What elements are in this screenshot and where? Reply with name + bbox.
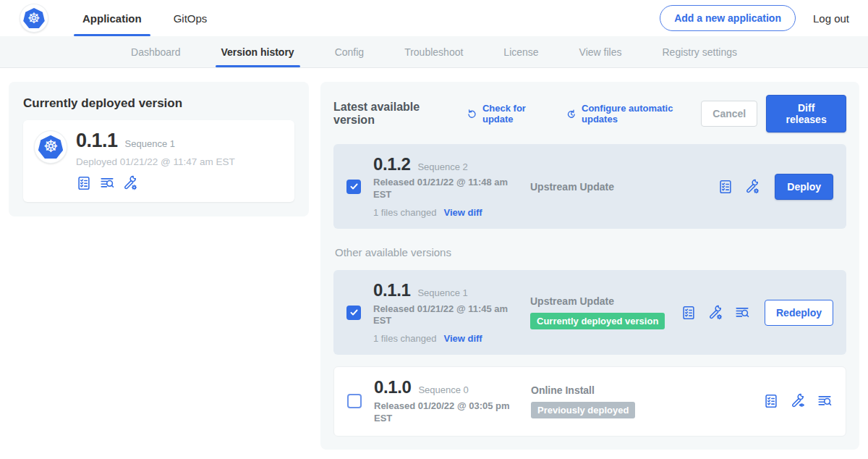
kubernetes-logo-icon: ☸ (20, 4, 48, 32)
sequence-label: Sequence 2 (417, 161, 467, 172)
top-tab-gitops[interactable]: GitOps (158, 0, 224, 36)
files-changed-label: 1 files changed (373, 333, 436, 344)
refresh-icon (467, 108, 478, 120)
view-config-icon[interactable] (790, 393, 806, 409)
configure-automatic-updates-link[interactable]: Configure automatic updates (566, 103, 701, 125)
version-row: 0.1.2 Sequence 2 Released 01/21/22 @ 11:… (333, 144, 846, 229)
view-deploy-logs-icon[interactable] (734, 305, 750, 321)
preflight-checks-icon[interactable] (763, 393, 779, 409)
view-diff-link[interactable]: View diff (443, 207, 482, 218)
deployed-sequence-label: Sequence 1 (125, 138, 175, 149)
sequence-label: Sequence 1 (417, 287, 467, 298)
edit-config-icon[interactable] (707, 305, 723, 321)
logout-button[interactable]: Log out (813, 12, 849, 25)
add-application-button[interactable]: Add a new application (660, 5, 796, 31)
version-actions (763, 393, 833, 409)
deployed-card-title: Currently deployed version (23, 96, 294, 111)
check-for-update-link[interactable]: Check for update (467, 103, 553, 125)
other-versions-title: Other available versions (335, 246, 845, 258)
app-icon: ☸ (35, 131, 67, 163)
version-label: 0.1.2 (373, 155, 410, 174)
version-label: 0.1.0 (374, 378, 411, 397)
tab-registry-settings[interactable]: Registry settings (642, 36, 757, 67)
top-nav-tabs: ApplicationGitOps (67, 0, 223, 36)
check-for-update-label: Check for update (482, 103, 553, 125)
deployed-timestamp: Deployed 01/21/22 @ 11:47 am EST (76, 156, 235, 167)
version-checkbox[interactable] (346, 306, 361, 320)
top-tab-application[interactable]: Application (67, 0, 158, 36)
version-label: 0.1.1 (373, 281, 410, 300)
status-badge: Currently deployed version (530, 313, 665, 329)
panel-header: Latest available version Check for updat… (333, 95, 846, 132)
tab-dashboard[interactable]: Dashboard (111, 36, 201, 67)
preflight-checks-icon[interactable] (681, 305, 697, 321)
main-content: Currently deployed version ☸ 0.1.1 Seque… (0, 68, 868, 450)
preflight-checks-icon[interactable] (718, 179, 733, 195)
preflight-checks-icon[interactable] (76, 175, 92, 191)
tab-config[interactable]: Config (315, 36, 384, 67)
tab-license[interactable]: License (483, 36, 558, 67)
version-checkbox[interactable] (347, 394, 362, 408)
tab-version-history[interactable]: Version history (201, 36, 315, 67)
deploy-button[interactable]: Deploy (775, 174, 833, 200)
deployed-version-actions (76, 175, 235, 191)
tab-troubleshoot[interactable]: Troubleshoot (384, 36, 483, 67)
redeploy-button[interactable]: Redeploy (765, 300, 833, 326)
app-sub-nav: DashboardVersion historyConfigTroublesho… (0, 36, 868, 68)
diff-releases-button[interactable]: Diff releases (766, 95, 846, 132)
status-badge: Previously deployed (531, 402, 635, 418)
version-source-label: Upstream Update (530, 181, 614, 193)
files-changed-label: 1 files changed (373, 207, 436, 218)
configure-automatic-updates-label: Configure automatic updates (582, 103, 701, 125)
top-nav: ☸ ApplicationGitOps Add a new applicatio… (0, 0, 868, 36)
edit-config-icon[interactable] (744, 179, 760, 195)
schedule-update-icon (566, 108, 577, 120)
version-source-label: Online Install (531, 384, 595, 396)
tab-view-files[interactable]: View files (559, 36, 642, 67)
view-deploy-logs-icon[interactable] (817, 393, 833, 409)
sequence-label: Sequence 0 (418, 384, 468, 395)
cancel-button[interactable]: Cancel (701, 101, 757, 127)
deployed-version-label: 0.1.1 (76, 131, 118, 151)
version-row: 0.1.0 Sequence 0 Released 01/20/22 @ 03:… (333, 366, 846, 436)
view-diff-link[interactable]: View diff (443, 333, 482, 344)
edit-config-icon[interactable] (122, 175, 138, 191)
version-history-panel: Latest available version Check for updat… (320, 82, 859, 450)
version-actions: Redeploy (681, 300, 833, 326)
released-timestamp: Released 01/20/22 @ 03:05 pm EST (374, 400, 519, 425)
currently-deployed-card: Currently deployed version ☸ 0.1.1 Seque… (9, 82, 309, 216)
released-timestamp: Released 01/21/22 @ 11:48 am EST (373, 177, 518, 201)
version-row: 0.1.1 Sequence 1 Released 01/21/22 @ 11:… (333, 270, 846, 355)
version-actions: Deploy (718, 174, 833, 200)
released-timestamp: Released 01/21/22 @ 11:45 am EST (373, 303, 518, 328)
version-source-label: Upstream Update (530, 295, 614, 307)
deployed-version-tile: ☸ 0.1.1 Sequence 1 Deployed 01/21/22 @ 1… (23, 120, 294, 202)
view-deploy-logs-icon[interactable] (99, 175, 115, 191)
version-checkbox[interactable] (346, 180, 361, 194)
latest-available-title: Latest available version (333, 101, 454, 127)
